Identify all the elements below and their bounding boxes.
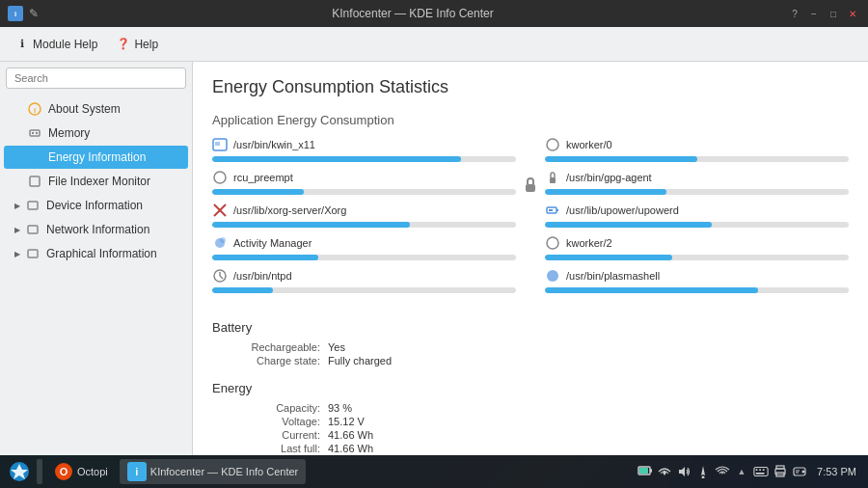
show-desktop-button[interactable]	[37, 459, 42, 484]
app-window: ℹ Module Help ❓ Help i About System	[0, 27, 868, 455]
help-button[interactable]: ?	[787, 6, 802, 21]
about-system-icon: i	[27, 101, 42, 117]
voltage-label: Voltage:	[212, 416, 328, 427]
menubar: ℹ Module Help ❓ Help	[0, 27, 868, 62]
svg-rect-7	[28, 202, 38, 209]
hdd-icon[interactable]	[792, 464, 807, 479]
battery-systray-icon[interactable]	[637, 464, 653, 479]
window-title: KInfocenter — KDE Info Center	[44, 7, 781, 20]
window-controls: ? − □ ✕	[787, 6, 860, 21]
network-systray-icon[interactable]	[657, 464, 672, 479]
svg-line-20	[220, 276, 223, 279]
sidebar-item-network-information[interactable]: ▶ Network Information	[4, 218, 188, 241]
file-indexer-label: File Indexer Monitor	[48, 175, 150, 188]
sidebar-item-memory[interactable]: Memory	[4, 122, 188, 145]
lock-icon	[523, 176, 538, 198]
ntpd-bar-container	[212, 287, 516, 293]
svg-rect-3	[32, 132, 34, 134]
svg-rect-25	[549, 209, 553, 211]
xorg-bar-container	[212, 222, 516, 228]
sidebar-item-graphical-information[interactable]: ▶ Graphical Information	[4, 242, 188, 265]
arrow-up-icon[interactable]: ▲	[734, 464, 749, 479]
svg-rect-4	[36, 132, 38, 134]
wifi-icon[interactable]	[715, 464, 730, 479]
charge-state-label: Charge state:	[212, 355, 328, 366]
volume-systray-icon[interactable]	[676, 464, 692, 479]
graphical-icon	[25, 246, 41, 261]
sidebar-item-about-system[interactable]: i About System	[4, 97, 188, 121]
svg-rect-6	[30, 176, 40, 186]
network-icon	[25, 222, 41, 237]
gpg-bar-container	[545, 189, 849, 195]
rechargeable-value: Yes	[328, 341, 345, 353]
edit-icon: ✎	[29, 7, 39, 20]
rcu-bar	[212, 189, 304, 195]
svg-rect-39	[763, 469, 765, 471]
keyboard-icon[interactable]	[753, 464, 769, 479]
svg-text:i: i	[34, 106, 36, 115]
module-help-label: Module Help	[33, 38, 97, 51]
plasmashell-bar-container	[545, 287, 849, 293]
current-label: Current:	[212, 429, 328, 441]
taskbar-kinfocenter[interactable]: i KInfocenter — KDE Info Center	[120, 459, 306, 484]
app-energy-grid: /usr/bin/kwin_x11 rcu_preempt	[212, 137, 849, 301]
close-button[interactable]: ✕	[845, 6, 860, 21]
svg-rect-33	[639, 468, 648, 474]
energy-item-gpg: /usr/bin/gpg-agent	[545, 170, 849, 195]
memory-label: Memory	[48, 126, 90, 140]
svg-point-26	[547, 237, 558, 249]
app-icon: i	[8, 6, 23, 21]
help-menu[interactable]: ❓ Help	[109, 34, 166, 55]
sidebar: i About System Memory Energy Information	[0, 62, 193, 455]
energy-item-upowerd: /usr/lib/upower/upowerd	[545, 203, 849, 228]
energy-item-kworker0: kworker/0	[545, 137, 849, 162]
upowerd-label: /usr/lib/upower/upowerd	[566, 204, 679, 216]
octopi-label: Octopi	[77, 466, 108, 477]
memory-icon	[27, 125, 42, 141]
kinfocenter-icon: i	[127, 462, 147, 481]
taskbar-octopi[interactable]: O Octopi	[46, 459, 116, 484]
kworker0-bar-container	[545, 156, 849, 162]
voltage-value: 15.12 V	[328, 416, 365, 427]
notification-systray-icon[interactable]	[695, 464, 711, 479]
printer-icon[interactable]	[773, 464, 788, 479]
upowerd-bar-container	[545, 222, 849, 228]
content-scroll[interactable]: Energy Consumption Statistics Applicatio…	[193, 62, 868, 455]
energy-item-plasmashell: /usr/bin/plasmashell	[545, 268, 849, 293]
kworker2-bar	[545, 255, 672, 260]
device-information-label: Device Information	[46, 199, 143, 212]
activity-label: Activity Manager	[233, 237, 312, 249]
svg-rect-2	[30, 130, 40, 136]
energy-voltage-row: Voltage: 15.12 V	[212, 415, 849, 428]
graphical-expand-icon: ▶	[12, 248, 23, 259]
module-help-menu[interactable]: ℹ Module Help	[8, 34, 105, 55]
svg-rect-10	[526, 184, 535, 192]
sidebar-item-device-information[interactable]: ▶ Device Information	[4, 194, 188, 217]
minimize-button[interactable]: −	[806, 6, 822, 21]
svg-rect-36	[754, 468, 768, 476]
kde-launcher[interactable]	[6, 458, 33, 485]
plasmashell-bar	[545, 287, 758, 293]
sidebar-item-energy-information[interactable]: Energy Information	[4, 146, 188, 169]
rechargeable-label: Rechargeable:	[212, 341, 328, 353]
kwin-label: /usr/bin/kwin_x11	[233, 139, 315, 150]
sidebar-item-file-indexer[interactable]: File Indexer Monitor	[4, 170, 188, 193]
svg-point-5	[30, 152, 40, 162]
capacity-label: Capacity:	[212, 402, 328, 414]
activity-bar	[212, 255, 318, 260]
svg-point-35	[702, 476, 705, 479]
kworker0-bar	[545, 156, 697, 162]
charge-state-value: Fully charged	[328, 355, 392, 366]
taskbar: O Octopi i KInfocenter — KDE Info Center	[0, 455, 868, 488]
battery-charge-row: Charge state: Fully charged	[212, 354, 849, 367]
energy-current-row: Current: 41.66 Wh	[212, 428, 849, 442]
maximize-button[interactable]: □	[826, 6, 841, 21]
network-expand-icon: ▶	[12, 224, 23, 235]
capacity-value: 93 %	[328, 402, 352, 414]
ntpd-label: /usr/bin/ntpd	[233, 270, 292, 282]
kworker2-bar-container	[545, 255, 849, 260]
svg-rect-22	[550, 177, 556, 183]
system-clock[interactable]: 7:53 PM	[811, 466, 862, 477]
battery-rechargeable-row: Rechargeable: Yes	[212, 340, 849, 354]
search-input[interactable]	[6, 68, 186, 89]
